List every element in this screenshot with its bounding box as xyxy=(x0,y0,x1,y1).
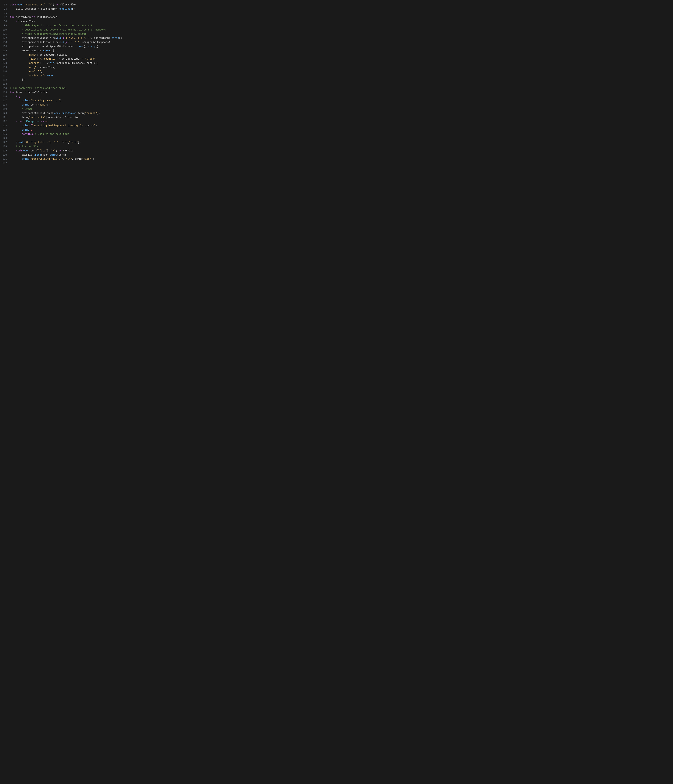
line-number: 106 xyxy=(2,53,7,57)
token-sp xyxy=(10,70,28,73)
code-line[interactable]: # For each term, search and then crawl xyxy=(10,86,673,90)
code-line[interactable]: strippedLower = strippedWithUnderbar.low… xyxy=(10,45,673,49)
token-op: ) xyxy=(53,3,56,6)
token-op: () xyxy=(119,37,122,39)
token-id: artifactsCollection xyxy=(51,116,79,119)
line-number: 95 xyxy=(2,7,7,11)
code-line[interactable]: strippedWithUnderbar = re.sub(r' ', '_',… xyxy=(10,40,673,45)
token-op: , xyxy=(72,41,75,44)
token-id: suffix xyxy=(87,62,95,64)
code-line[interactable]: "num": "", xyxy=(10,70,673,74)
code-line[interactable]: # Crawl xyxy=(10,107,673,111)
token-str: "file" xyxy=(38,149,47,152)
token-sp xyxy=(10,33,22,36)
code-line[interactable] xyxy=(10,136,673,141)
code-area[interactable]: with open("searches.txt", "r") as fileHa… xyxy=(10,3,673,165)
token-fn: open xyxy=(23,149,29,152)
token-op: , xyxy=(41,70,42,73)
token-str: "./results/" xyxy=(39,58,57,60)
line-number: 109 xyxy=(2,65,7,70)
token-kw: if xyxy=(16,20,19,23)
code-line[interactable]: print(term["name"]) xyxy=(10,103,673,107)
token-op: )) xyxy=(64,154,67,156)
token-strprefix: r xyxy=(63,37,64,39)
line-number: 97 xyxy=(2,15,7,19)
code-line[interactable]: txtFile.write(json.dumps(term)) xyxy=(10,153,673,157)
token-sp xyxy=(10,95,16,98)
token-op: : xyxy=(36,58,39,60)
code-line[interactable]: }) xyxy=(10,78,673,82)
token-op: , xyxy=(50,141,53,144)
token-id: strippedWithSpaces xyxy=(22,37,48,39)
token-op: . xyxy=(32,154,33,156)
code-line[interactable]: "search": ' '.join([strippedWithSpaces, … xyxy=(10,61,673,65)
line-number: 128 xyxy=(2,145,7,149)
token-str: "w" xyxy=(51,149,56,152)
code-line[interactable]: print(e) xyxy=(10,128,673,132)
token-id: strippedWithSpaces xyxy=(39,53,66,56)
token-sp xyxy=(10,74,28,77)
token-strprefix: r xyxy=(66,41,67,44)
code-line[interactable]: "name": strippedWithSpaces, xyxy=(10,53,673,57)
token-sp xyxy=(26,91,28,94)
token-str: "searches.txt" xyxy=(25,3,45,6)
token-id: term xyxy=(62,141,67,144)
code-line[interactable]: try: xyxy=(10,95,673,99)
code-line[interactable]: if searchTerm: xyxy=(10,19,673,24)
code-line[interactable]: # https://stackoverflow.com/a/5843547/68… xyxy=(10,32,673,36)
code-line[interactable]: continue # Skip to the next term xyxy=(10,132,673,136)
token-sp xyxy=(31,16,32,19)
code-line[interactable]: # substituting characters that are not l… xyxy=(10,28,673,32)
token-op: ( xyxy=(41,154,42,156)
code-line[interactable]: for searchTerm in listOfSearches: xyxy=(10,15,673,19)
token-sp xyxy=(62,149,63,152)
token-sp xyxy=(10,145,16,148)
token-comment: # For each term, search and then crawl xyxy=(10,87,66,90)
line-number: 115 xyxy=(2,90,7,95)
code-line[interactable]: for term in termsToSearch: xyxy=(10,90,673,95)
code-line[interactable]: "orig": searchTerm, xyxy=(10,65,673,70)
token-sp xyxy=(10,116,22,119)
token-op: : xyxy=(57,16,59,19)
code-line[interactable]: except Exception as e: xyxy=(10,120,673,124)
token-kw: except xyxy=(16,120,25,123)
code-editor[interactable]: 9495969798991001011021031041051061071081… xyxy=(0,2,673,166)
code-line[interactable]: strippedWithSpaces = re.sub(r'([^\s\w]|_… xyxy=(10,36,673,40)
token-kw: as xyxy=(59,149,62,152)
code-line[interactable]: "file": "./results/" + strippedLower + "… xyxy=(10,57,673,61)
token-id: json xyxy=(42,154,48,156)
line-number: 105 xyxy=(2,49,7,53)
code-line[interactable]: print("Starting search...") xyxy=(10,99,673,103)
code-line[interactable]: print("Writing file...", "\n", term["fil… xyxy=(10,140,673,145)
token-sp xyxy=(10,112,22,115)
token-sp xyxy=(59,3,60,6)
code-line[interactable]: artifactsCollection = crawlFromSearch(te… xyxy=(10,111,673,115)
token-op: . xyxy=(48,154,50,156)
code-line[interactable]: # Write to file xyxy=(10,145,673,149)
token-op: ], xyxy=(47,149,51,152)
token-str: '' xyxy=(88,37,91,39)
code-line[interactable]: print(f"Something bad happened looking f… xyxy=(10,124,673,128)
code-line[interactable]: termsToSearch.append({ xyxy=(10,49,673,53)
line-number: 101 xyxy=(2,32,7,36)
code-line[interactable]: with open("searches.txt", "r") as fileHa… xyxy=(10,3,673,7)
line-number: 125 xyxy=(2,132,7,136)
code-line[interactable]: "artifacts": None xyxy=(10,74,673,78)
code-line[interactable]: listOfSearches = fileHandler.readlines() xyxy=(10,7,673,11)
code-line[interactable]: print("Done writing file...", "\n", term… xyxy=(10,157,673,161)
token-str: '_' xyxy=(75,41,79,44)
code-line[interactable] xyxy=(10,82,673,86)
token-str: '([^\s\w]|_)+' xyxy=(64,37,85,39)
token-sp xyxy=(22,149,23,152)
token-str: "name" xyxy=(28,53,36,56)
code-line[interactable]: # This Regex is inspired from a discussi… xyxy=(10,24,673,28)
code-line[interactable] xyxy=(10,11,673,16)
code-line[interactable]: term["artifacts"] = artifactsCollection xyxy=(10,115,673,120)
line-number: 94 xyxy=(2,3,7,7)
token-op: = xyxy=(41,45,45,48)
code-line[interactable] xyxy=(10,161,673,165)
token-op: ]) xyxy=(91,157,94,160)
token-id: term xyxy=(78,112,84,115)
token-comment: # This Regex is inspired from a discussi… xyxy=(22,24,92,27)
code-line[interactable]: with open(term["file"], "w") as txtFile: xyxy=(10,149,673,153)
